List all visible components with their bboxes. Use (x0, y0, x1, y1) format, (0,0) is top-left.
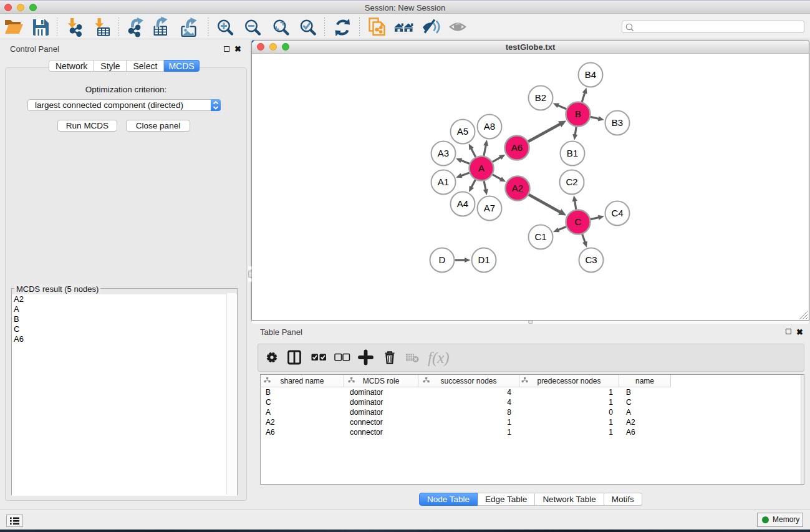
svg-text:A6: A6 (511, 142, 523, 153)
svg-text:A3: A3 (438, 148, 449, 158)
svg-text:B3: B3 (612, 117, 623, 128)
svg-text:C4: C4 (611, 208, 623, 218)
svg-text:A5: A5 (457, 126, 468, 137)
svg-text:D1: D1 (478, 254, 489, 265)
svg-text:A8: A8 (484, 121, 495, 132)
svg-text:A2: A2 (512, 183, 523, 193)
svg-text:B2: B2 (535, 92, 546, 103)
svg-text:A4: A4 (457, 198, 468, 209)
svg-text:B1: B1 (567, 148, 578, 158)
svg-text:C: C (575, 216, 582, 227)
svg-text:B: B (575, 109, 581, 119)
svg-text:A7: A7 (484, 203, 495, 213)
svg-text:C1: C1 (534, 231, 546, 242)
svg-text:C3: C3 (585, 254, 597, 265)
svg-text:A: A (478, 163, 485, 173)
svg-text:D: D (439, 254, 446, 265)
svg-text:A1: A1 (438, 177, 449, 187)
svg-text:B4: B4 (585, 69, 596, 80)
svg-text:C2: C2 (566, 177, 577, 187)
